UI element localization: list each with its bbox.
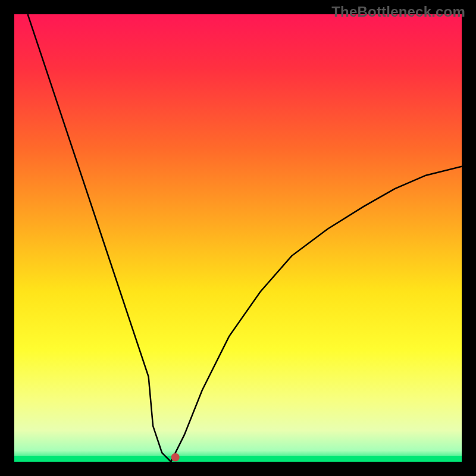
chart-plot-area [14, 14, 462, 462]
optimal-point-marker [171, 453, 180, 461]
chart-background [14, 14, 462, 462]
chart-base-strip [14, 456, 462, 462]
watermark-text: TheBottleneck.com [331, 4, 465, 20]
chart-svg [14, 14, 462, 462]
